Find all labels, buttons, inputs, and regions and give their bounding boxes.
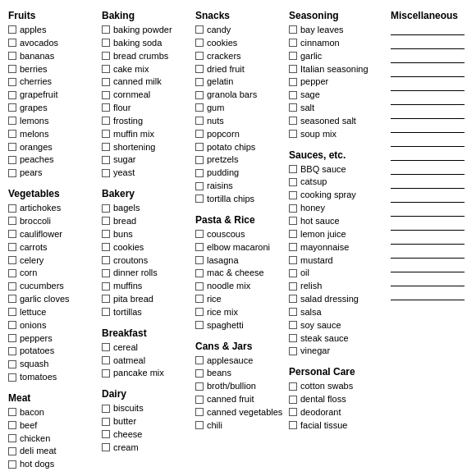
checkbox-icon[interactable] — [8, 321, 16, 329]
checkbox-icon[interactable] — [102, 169, 110, 177]
list-item[interactable]: cereal — [102, 341, 192, 354]
list-item[interactable]: sugar — [102, 153, 192, 166]
list-item[interactable]: dried fruit — [195, 63, 286, 76]
checkbox-icon[interactable] — [289, 230, 297, 238]
checkbox-icon[interactable] — [289, 103, 297, 112]
checkbox-icon[interactable] — [102, 25, 110, 34]
list-item[interactable]: pears — [8, 167, 98, 179]
list-item[interactable]: cauliflower — [8, 228, 98, 240]
misc-line[interactable] — [391, 261, 465, 272]
list-item[interactable]: berries — [8, 63, 98, 76]
list-item[interactable]: relish — [289, 280, 387, 292]
list-item[interactable]: rice — [195, 293, 286, 305]
checkbox-icon[interactable] — [195, 295, 204, 303]
list-item[interactable]: biscuits — [102, 402, 192, 414]
list-item[interactable]: peaches — [8, 153, 98, 166]
checkbox-icon[interactable] — [289, 217, 297, 225]
list-item[interactable]: yeast — [102, 167, 192, 179]
list-item[interactable]: chili — [195, 419, 286, 432]
checkbox-icon[interactable] — [289, 269, 297, 277]
list-item[interactable]: cookies — [102, 241, 192, 254]
list-item[interactable]: frosting — [102, 115, 192, 127]
checkbox-icon[interactable] — [289, 25, 297, 34]
list-item[interactable]: oatmeal — [102, 355, 192, 367]
checkbox-icon[interactable] — [102, 103, 110, 112]
list-item[interactable]: muffins — [102, 280, 192, 292]
checkbox-icon[interactable] — [195, 39, 204, 47]
checkbox-icon[interactable] — [195, 269, 204, 277]
checkbox-icon[interactable] — [289, 295, 297, 303]
checkbox-icon[interactable] — [102, 405, 110, 413]
checkbox-icon[interactable] — [8, 421, 16, 429]
list-item[interactable]: canned fruit — [195, 393, 286, 405]
list-item[interactable]: steak sauce — [289, 332, 387, 345]
list-item[interactable]: lemons — [8, 115, 98, 127]
checkbox-icon[interactable] — [8, 39, 16, 47]
checkbox-icon[interactable] — [195, 78, 204, 86]
checkbox-icon[interactable] — [8, 334, 16, 342]
checkbox-icon[interactable] — [289, 321, 297, 329]
list-item[interactable]: nuts — [195, 115, 286, 127]
list-item[interactable]: cotton swabs — [289, 380, 387, 392]
checkbox-icon[interactable] — [289, 204, 297, 213]
checkbox-icon[interactable] — [8, 308, 16, 316]
checkbox-icon[interactable] — [289, 396, 297, 404]
list-item[interactable]: applesauce — [195, 355, 286, 367]
list-item[interactable]: catsup — [289, 176, 387, 188]
list-item[interactable]: lasagna — [195, 254, 286, 267]
checkbox-icon[interactable] — [8, 156, 16, 164]
checkbox-icon[interactable] — [102, 52, 110, 60]
list-item[interactable]: elbow macaroni — [195, 241, 286, 254]
checkbox-icon[interactable] — [195, 103, 204, 112]
misc-line[interactable] — [391, 191, 465, 203]
list-item[interactable]: honey — [289, 202, 387, 214]
checkbox-icon[interactable] — [8, 347, 16, 355]
checkbox-icon[interactable] — [8, 408, 16, 416]
list-item[interactable]: cornmeal — [102, 89, 192, 101]
list-item[interactable]: couscous — [195, 228, 286, 240]
misc-line[interactable] — [391, 205, 465, 217]
list-item[interactable]: sage — [289, 89, 387, 101]
list-item[interactable]: pretzels — [195, 153, 286, 166]
list-item[interactable]: canned milk — [102, 76, 192, 88]
list-item[interactable]: beef — [8, 419, 98, 432]
checkbox-icon[interactable] — [102, 369, 110, 378]
list-item[interactable]: popcorn — [195, 128, 286, 140]
checkbox-icon[interactable] — [195, 65, 204, 73]
checkbox-icon[interactable] — [289, 334, 297, 342]
checkbox-icon[interactable] — [102, 430, 110, 438]
checkbox-icon[interactable] — [195, 382, 204, 391]
checkbox-icon[interactable] — [289, 117, 297, 125]
checkbox-icon[interactable] — [289, 191, 297, 199]
misc-line[interactable] — [391, 52, 465, 63]
checkbox-icon[interactable] — [8, 169, 16, 177]
list-item[interactable]: gelatin — [195, 76, 286, 88]
list-item[interactable]: bay leaves — [289, 24, 387, 36]
checkbox-icon[interactable] — [195, 321, 204, 329]
list-item[interactable]: candy — [195, 24, 286, 36]
checkbox-icon[interactable] — [8, 243, 16, 251]
list-item[interactable]: spaghetti — [195, 319, 286, 332]
list-item[interactable]: mustard — [289, 254, 387, 267]
checkbox-icon[interactable] — [102, 78, 110, 86]
checkbox-icon[interactable] — [102, 217, 110, 225]
checkbox-icon[interactable] — [195, 408, 204, 416]
list-item[interactable]: crackers — [195, 50, 286, 62]
checkbox-icon[interactable] — [195, 91, 204, 99]
checkbox-icon[interactable] — [289, 165, 297, 173]
list-item[interactable]: peppers — [8, 332, 98, 345]
checkbox-icon[interactable] — [102, 282, 110, 291]
list-item[interactable]: salad dressing — [289, 293, 387, 305]
misc-line[interactable] — [391, 108, 465, 119]
checkbox-icon[interactable] — [102, 356, 110, 364]
checkbox-icon[interactable] — [289, 130, 297, 138]
checkbox-icon[interactable] — [102, 418, 110, 426]
checkbox-icon[interactable] — [102, 204, 110, 213]
checkbox-icon[interactable] — [195, 169, 204, 177]
checkbox-icon[interactable] — [102, 39, 110, 47]
list-item[interactable]: pancake mix — [102, 367, 192, 379]
list-item[interactable]: celery — [8, 254, 98, 267]
list-item[interactable]: baking soda — [102, 37, 192, 49]
checkbox-icon[interactable] — [289, 78, 297, 86]
list-item[interactable]: bagels — [102, 202, 192, 214]
